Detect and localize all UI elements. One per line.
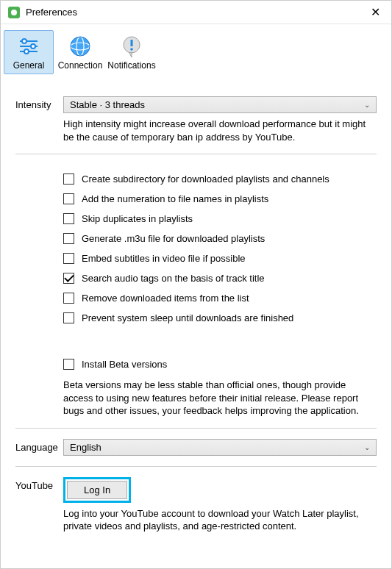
options-row: Create subdirectory for downloaded playl… xyxy=(15,165,377,418)
language-label: Language xyxy=(15,439,63,456)
youtube-help: Log into your YouTube account to downloa… xyxy=(63,507,377,533)
option-search-audio-tags[interactable]: Search audio tags on the basis of track … xyxy=(63,273,377,284)
beta-help: Beta versions may be less stable than of… xyxy=(63,379,377,418)
option-add-numeration[interactable]: Add the numeration to file names in play… xyxy=(63,193,377,204)
chevron-down-icon: ⌄ xyxy=(364,443,370,451)
separator xyxy=(15,428,377,429)
intensity-dropdown[interactable]: Stable · 3 threads ⌄ xyxy=(63,96,377,113)
option-embed-subtitles[interactable]: Embed subtitles in video file if possibl… xyxy=(63,253,377,264)
login-highlight: Log In xyxy=(63,477,131,503)
intensity-value: Stable · 3 threads xyxy=(70,99,145,110)
checkbox-icon xyxy=(63,233,74,244)
option-create-subdir[interactable]: Create subdirectory for downloaded playl… xyxy=(63,173,377,185)
checkbox-icon xyxy=(63,312,74,323)
svg-point-4 xyxy=(31,44,35,49)
option-label: Prevent system sleep until downloads are… xyxy=(82,312,293,323)
option-label: Add the numeration to file names in play… xyxy=(82,193,268,204)
intensity-row: Intensity Stable · 3 threads ⌄ High inte… xyxy=(15,96,377,143)
globe-icon xyxy=(68,34,93,59)
option-prevent-sleep[interactable]: Prevent system sleep until downloads are… xyxy=(63,312,377,323)
tab-notifications-label: Notifications xyxy=(107,60,155,71)
option-remove-downloaded[interactable]: Remove downloaded items from the list xyxy=(63,293,377,304)
login-button[interactable]: Log In xyxy=(67,481,127,499)
app-icon xyxy=(8,7,20,18)
option-label: Remove downloaded items from the list xyxy=(82,293,249,304)
chevron-down-icon: ⌄ xyxy=(364,101,370,109)
notification-icon xyxy=(119,34,144,59)
tab-general-label: General xyxy=(13,60,45,71)
option-generate-m3u[interactable]: Generate .m3u file for downloaded playli… xyxy=(63,233,377,244)
tab-connection-label: Connection xyxy=(58,60,103,71)
separator xyxy=(15,154,377,154)
intensity-label: Intensity xyxy=(15,96,63,143)
content-area: Intensity Stable · 3 threads ⌄ High inte… xyxy=(1,79,391,552)
youtube-row: YouTube Log In Log into your YouTube acc… xyxy=(15,477,377,533)
option-label: Generate .m3u file for downloaded playli… xyxy=(82,233,265,244)
checkbox-icon xyxy=(63,359,74,370)
checkbox-icon xyxy=(63,253,74,264)
checkbox-icon xyxy=(63,293,74,304)
language-value: English xyxy=(70,442,101,453)
option-label: Skip duplicates in playlists xyxy=(82,213,193,224)
checkbox-icon xyxy=(63,213,74,224)
toolbar: General Connection Notifications xyxy=(1,24,391,79)
tab-notifications[interactable]: Notifications xyxy=(107,30,157,74)
option-label: Install Beta versions xyxy=(82,359,167,370)
checkbox-checked-icon xyxy=(63,273,74,284)
sliders-icon xyxy=(16,34,41,59)
option-skip-duplicates[interactable]: Skip duplicates in playlists xyxy=(63,213,377,224)
option-label: Search audio tags on the basis of track … xyxy=(82,273,265,284)
checkbox-icon xyxy=(63,193,74,204)
tab-general[interactable]: General xyxy=(4,30,54,74)
option-install-beta[interactable]: Install Beta versions xyxy=(63,359,377,370)
tab-connection[interactable]: Connection xyxy=(55,30,105,74)
checkbox-icon xyxy=(63,173,74,185)
intensity-help: High intensity might increase overall do… xyxy=(63,118,377,143)
svg-point-5 xyxy=(24,49,29,54)
window-title: Preferences xyxy=(26,7,366,18)
svg-point-3 xyxy=(22,39,26,43)
svg-point-12 xyxy=(130,48,133,51)
close-button[interactable]: ✕ xyxy=(366,5,384,19)
youtube-label: YouTube xyxy=(15,477,63,533)
titlebar: Preferences ✕ xyxy=(1,1,391,24)
option-label: Embed subtitles in video file if possibl… xyxy=(82,253,246,264)
language-dropdown[interactable]: English ⌄ xyxy=(63,439,377,456)
option-label: Create subdirectory for downloaded playl… xyxy=(82,173,329,185)
language-row: Language English ⌄ xyxy=(15,439,377,456)
separator xyxy=(15,466,377,467)
svg-rect-11 xyxy=(131,40,133,46)
